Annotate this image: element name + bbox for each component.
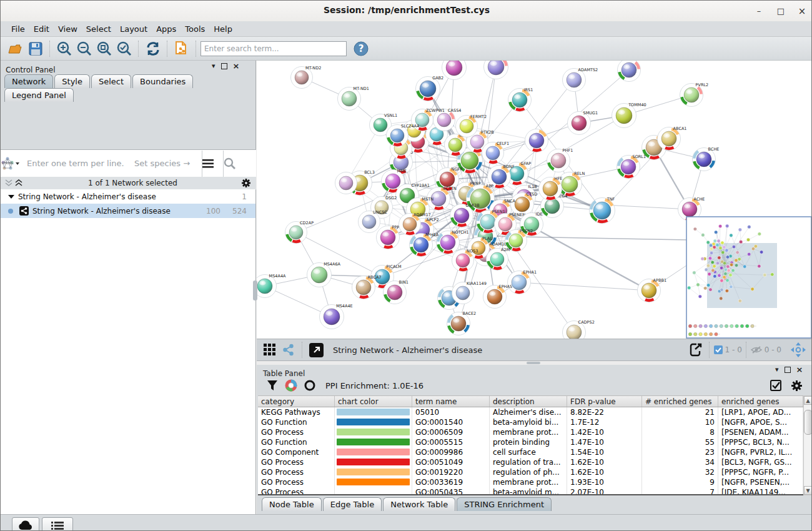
- minimize-button[interactable]: –: [752, 6, 766, 17]
- close-button[interactable]: ×: [795, 6, 809, 17]
- gear-icon[interactable]: [241, 178, 251, 188]
- network-view[interactable]: MT-ND2MT-ND1VSNL1GAB2IRS1ADAMTS2PVRL2TOM…: [257, 61, 812, 339]
- network-from-file-button[interactable]: [172, 39, 191, 58]
- zoom-fit-button[interactable]: [95, 39, 114, 58]
- menu-apps[interactable]: Apps: [152, 23, 181, 35]
- table-row[interactable]: GO ProcessGO:0050435beta-amyloid m...2.0…: [258, 487, 803, 495]
- menu-layout[interactable]: Layout: [116, 23, 152, 35]
- close-panel-icon[interactable]: ×: [233, 63, 240, 69]
- panel-splitter-handle[interactable]: [253, 280, 257, 300]
- network-node[interactable]: TNF: [590, 197, 615, 224]
- tab-style[interactable]: Style: [54, 74, 90, 88]
- tab-legend-panel[interactable]: Legend Panel: [4, 88, 74, 102]
- network-node[interactable]: BIN1: [384, 280, 408, 304]
- network-node[interactable]: MS4A4E: [320, 304, 353, 329]
- table-row[interactable]: GO FunctionGO:0001540beta-amyloid bi...1…: [258, 417, 803, 427]
- string-app-selector[interactable]: STRING: [1, 156, 26, 172]
- network-canvas[interactable]: MT-ND2MT-ND1VSNL1GAB2IRS1ADAMTS2PVRL2TOM…: [257, 61, 812, 339]
- network-node[interactable]: EPHA5: [483, 284, 513, 309]
- menu-view[interactable]: View: [54, 23, 82, 35]
- menu-tools[interactable]: Tools: [181, 23, 209, 35]
- help-button[interactable]: ?: [352, 39, 370, 58]
- tab-network-table[interactable]: Network Table: [383, 497, 455, 511]
- network-node[interactable]: IRS1: [508, 87, 533, 112]
- filter-button[interactable]: [264, 377, 280, 394]
- zoom-selected-button[interactable]: [115, 39, 134, 58]
- string-query-input[interactable]: [26, 158, 134, 169]
- network-node[interactable]: PHF1: [547, 148, 573, 172]
- network-node[interactable]: [442, 61, 467, 80]
- table-row[interactable]: GO ProcessGO:0051049regulation of tra...…: [258, 457, 803, 467]
- string-options-button[interactable]: [202, 159, 223, 168]
- reset-charts-button[interactable]: [302, 377, 318, 394]
- table-row[interactable]: GO ProcessGO:0019220regulation of ph...1…: [258, 467, 803, 477]
- table-row[interactable]: GO ProcessGO:0006509membrane prot...1.42…: [258, 427, 803, 437]
- scroll-down-icon[interactable]: ▼: [804, 486, 812, 495]
- string-search-button[interactable]: [224, 157, 246, 170]
- refresh-button[interactable]: [144, 39, 162, 58]
- draw-charts-button[interactable]: [283, 377, 299, 394]
- network-node[interactable]: MT-ND1: [338, 86, 369, 111]
- column-header-fdr-p-value[interactable]: FDR p-value: [567, 396, 642, 407]
- network-node[interactable]: APBB1: [638, 278, 667, 302]
- save-session-button[interactable]: [26, 39, 45, 58]
- menu-select[interactable]: Select: [82, 23, 116, 35]
- zoom-in-button[interactable]: [55, 39, 74, 58]
- panel-menu-icon[interactable]: ▾: [212, 63, 215, 69]
- open-session-button[interactable]: [6, 39, 25, 58]
- network-node[interactable]: [484, 61, 508, 79]
- open-in-string-button[interactable]: [308, 342, 324, 358]
- column-header-enriched-genes[interactable]: # enriched genes: [642, 396, 718, 407]
- network-node[interactable]: MS4A6A: [307, 262, 341, 287]
- network-node[interactable]: BACE2: [447, 311, 477, 335]
- task-history-button[interactable]: [42, 517, 73, 531]
- network-node[interactable]: APH1A: [410, 232, 439, 257]
- automation-button[interactable]: [12, 517, 39, 531]
- tab-select[interactable]: Select: [91, 74, 131, 88]
- network-collection-row[interactable]: String Network - Alzheimer's disease 1: [1, 189, 255, 204]
- tab-boundaries[interactable]: Boundaries: [132, 74, 193, 88]
- network-node[interactable]: HFE: [539, 176, 563, 201]
- checkbox-icon[interactable]: [714, 345, 723, 354]
- network-node[interactable]: ADAMTS2: [563, 67, 598, 92]
- network-node[interactable]: [335, 172, 357, 194]
- network-row-selected[interactable]: String Network - Alzheimer's disease 100…: [1, 204, 255, 218]
- tab-network[interactable]: Network: [4, 74, 53, 88]
- network-overview-button[interactable]: [280, 342, 297, 358]
- column-header-enriched-genes[interactable]: enriched genes: [718, 396, 803, 407]
- tab-edge-table[interactable]: Edge Table: [323, 497, 382, 511]
- menu-edit[interactable]: Edit: [29, 23, 54, 35]
- birds-eye-view[interactable]: [686, 217, 811, 338]
- network-node[interactable]: MT-ND2: [291, 66, 322, 89]
- column-header-term-name[interactable]: term name: [412, 396, 490, 407]
- table-panel-splitter-handle[interactable]: [527, 362, 540, 364]
- panel-menu-icon[interactable]: ▾: [775, 367, 779, 373]
- tab-string-enrichment[interactable]: STRING Enrichment: [457, 497, 552, 511]
- network-node[interactable]: BCHE: [693, 147, 720, 171]
- expand-all-icon[interactable]: [14, 179, 24, 187]
- settings-gear-icon[interactable]: [791, 380, 803, 392]
- network-node[interactable]: KIAA1149: [452, 281, 487, 304]
- network-node[interactable]: CD2AP: [285, 221, 314, 244]
- network-node[interactable]: CADPS2: [563, 320, 595, 339]
- network-node[interactable]: CELF1: [482, 141, 510, 164]
- table-row[interactable]: GO ProcessGO:0033619membrane prot...1.93…: [258, 477, 803, 487]
- network-node[interactable]: RELN: [558, 171, 585, 197]
- scroll-up-icon[interactable]: ▲: [804, 396, 812, 405]
- maximize-button[interactable]: □: [774, 6, 788, 17]
- column-header-category[interactable]: category: [258, 396, 335, 407]
- network-node[interactable]: [618, 61, 641, 82]
- search-input[interactable]: [201, 41, 347, 56]
- scrollbar-thumb[interactable]: [804, 410, 812, 435]
- menu-help[interactable]: Help: [209, 23, 237, 35]
- collapse-all-icon[interactable]: [4, 179, 14, 187]
- column-header-chart-color[interactable]: chart color: [335, 396, 412, 407]
- network-node[interactable]: SMUG1: [568, 111, 598, 135]
- float-panel-icon[interactable]: [785, 367, 791, 373]
- set-species-hint[interactable]: Set species →: [134, 159, 202, 168]
- network-node[interactable]: ABCA1: [658, 126, 687, 151]
- table-row[interactable]: GO FunctionGO:0005515protein binding1.47…: [258, 437, 803, 447]
- network-node[interactable]: GAB2: [416, 76, 444, 101]
- network-node[interactable]: PVRL2: [680, 82, 709, 107]
- zoom-out-button[interactable]: [75, 39, 94, 58]
